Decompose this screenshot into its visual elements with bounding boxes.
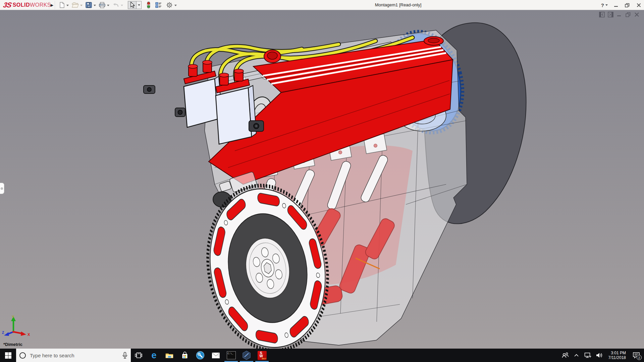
save-dropdown-arrow[interactable] (94, 5, 96, 6)
close-button[interactable] (635, 1, 642, 9)
clock-date: 7/11/2018 (608, 355, 626, 360)
taskbar-search[interactable] (16, 349, 131, 362)
mail-icon (212, 352, 220, 359)
microphone-icon[interactable] (122, 352, 127, 359)
options-button[interactable] (165, 1, 174, 9)
undo-icon (112, 2, 119, 8)
view-orientation-label: *Dimetric (3, 342, 22, 347)
notification-badge: 2 (637, 355, 642, 360)
file-explorer-icon (165, 352, 173, 359)
command-prompt-icon: C:\_ (227, 351, 236, 359)
select-cursor-icon (129, 2, 135, 8)
new-document-icon (58, 2, 65, 8)
windows-taskbar: e (0, 349, 644, 362)
model-viewport-canvas[interactable] (0, 10, 644, 349)
options-gear-icon (166, 1, 173, 9)
print-dropdown-arrow[interactable] (107, 5, 109, 6)
save-floppy-icon (85, 2, 92, 8)
edge-icon: e (151, 351, 156, 360)
print-icon (99, 2, 106, 8)
options-dropdown-arrow[interactable] (174, 5, 177, 6)
axis-z-label: Z (2, 331, 4, 335)
open-folder-icon (71, 2, 79, 8)
network-button[interactable] (584, 349, 592, 362)
restore-button[interactable] (624, 1, 631, 9)
people-icon (561, 352, 569, 359)
show-pane-right-icon[interactable] (608, 12, 613, 17)
solidworks-logo-mark: 3S (2, 1, 12, 9)
volume-button[interactable] (595, 349, 604, 362)
title-bar: 3S SOLIDWORKS ▶ (0, 0, 644, 10)
people-button[interactable] (561, 349, 570, 362)
open-dropdown-arrow[interactable] (80, 5, 83, 6)
chevron-up-icon (574, 354, 579, 357)
tray-overflow-button[interactable] (572, 349, 581, 362)
speaker-icon (596, 352, 603, 358)
task-view-icon (135, 352, 142, 359)
command-prompt-button[interactable]: C:\_ (223, 349, 239, 362)
help-glyph: ? (601, 2, 604, 8)
sw-icon-year: 2017 (262, 358, 266, 360)
child-window-controls (599, 12, 640, 17)
select-dropdown-arrow (138, 4, 140, 6)
file-explorer-button[interactable] (162, 349, 177, 362)
select-tool-button[interactable] (128, 1, 137, 9)
solidworks-logo-solid: SOLID (13, 2, 30, 8)
child-close-icon[interactable] (634, 12, 640, 17)
handle-dot (1, 187, 3, 190)
document-title: Montagem1 [Read-only] (375, 2, 422, 7)
display-report-button[interactable] (154, 1, 163, 9)
help-button[interactable]: ? (601, 2, 608, 8)
store-button[interactable] (177, 349, 193, 362)
axis-x-label: X (28, 333, 30, 337)
axis-y-label: Y (12, 315, 14, 319)
cortana-icon (19, 352, 26, 359)
task-view-button[interactable] (131, 349, 146, 362)
get-help-button[interactable] (193, 349, 208, 362)
reference-triad: Y X Z (2, 314, 33, 340)
search-input[interactable] (29, 352, 119, 359)
print-button[interactable] (98, 1, 106, 9)
open-button[interactable] (71, 1, 79, 9)
child-restore-icon[interactable] (625, 12, 631, 17)
system-tray: 3:01 PM 7/11/2018 2 (561, 349, 644, 362)
edge-button[interactable]: e (146, 349, 162, 362)
close-icon (637, 3, 641, 7)
restore-icon (625, 3, 630, 7)
feature-manager-handle[interactable] (0, 183, 4, 194)
help-dropdown-arrow (605, 4, 608, 6)
undo-dropdown-arrow[interactable] (121, 5, 123, 6)
solidworks-logo: 3S SOLIDWORKS (3, 1, 51, 9)
new-dropdown-arrow[interactable] (66, 5, 69, 6)
microsoft-store-icon (181, 352, 189, 359)
new-document-button[interactable] (58, 1, 66, 9)
select-tool-group (128, 1, 142, 9)
windows-start-icon (5, 352, 11, 359)
solidworks-window: 3S SOLIDWORKS ▶ (0, 0, 644, 362)
hexagon-app-icon (242, 351, 251, 360)
hexagon-app-button[interactable] (239, 349, 254, 362)
toolbar-expander-button[interactable]: ▶ (49, 1, 55, 9)
quick-access-toolbar (58, 0, 179, 10)
solidworks-logo-works: WORKS (30, 2, 51, 8)
network-icon (584, 352, 591, 358)
action-center-button[interactable]: 2 (631, 349, 642, 362)
wrench-circle-icon (196, 351, 205, 360)
start-button[interactable] (0, 349, 16, 362)
minimize-button[interactable] (612, 1, 619, 9)
save-button[interactable] (85, 1, 93, 9)
taskbar-clock[interactable]: 3:01 PM 7/11/2018 (606, 351, 628, 360)
mail-button[interactable] (208, 349, 223, 362)
show-pane-left-icon[interactable] (599, 12, 605, 17)
window-controls: ? (601, 0, 642, 10)
child-minimize-icon[interactable] (616, 12, 622, 17)
solidworks-taskbar-button[interactable]: S W 2017 (254, 349, 270, 362)
select-dropdown-button[interactable] (137, 1, 142, 9)
minimize-icon (614, 3, 618, 7)
undo-button[interactable] (111, 1, 120, 9)
clock-time: 3:01 PM (608, 351, 626, 355)
graphics-viewport: Y X Z *Dimetric (0, 10, 644, 349)
rebuild-button[interactable] (146, 1, 152, 9)
rebuild-traffic-light-icon (146, 1, 151, 9)
solidworks-app-icon: S W 2017 (258, 351, 267, 360)
